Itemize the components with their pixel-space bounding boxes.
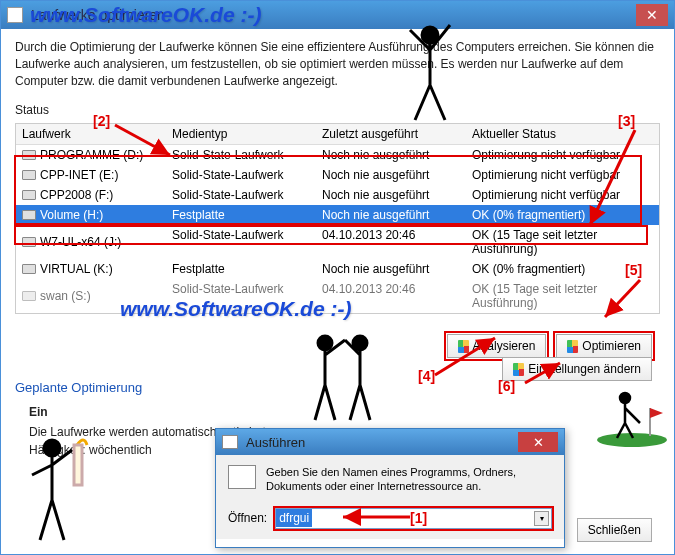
run-dialog: Ausführen ✕ Geben Sie den Namen eines Pr… bbox=[215, 428, 565, 548]
table-row[interactable]: CPP-INET (E:) Solid-State-Laufwerk Noch … bbox=[16, 165, 659, 185]
table-row[interactable]: CPP2008 (F:) Solid-State-Laufwerk Noch n… bbox=[16, 185, 659, 205]
drives-table: Laufwerk Medientyp Zuletzt ausgeführt Ak… bbox=[15, 123, 660, 314]
titlebar[interactable]: Laufwerke optimieren ✕ bbox=[1, 1, 674, 29]
drive-icon bbox=[22, 264, 36, 274]
shield-icon bbox=[567, 340, 578, 353]
run-description: Geben Sie den Namen eines Programms, Ord… bbox=[266, 465, 552, 494]
shield-icon bbox=[513, 363, 524, 376]
table-row[interactable]: W7-UL-x64 (J:) Solid-State-Laufwerk 04.1… bbox=[16, 225, 659, 259]
run-close-button[interactable]: ✕ bbox=[518, 432, 558, 452]
run-icon bbox=[222, 435, 238, 449]
change-settings-button[interactable]: Einstellungen ändern bbox=[502, 357, 652, 381]
optimize-button[interactable]: Optimieren bbox=[556, 334, 652, 358]
intro-text: Durch die Optimierung der Laufwerke könn… bbox=[15, 39, 660, 89]
app-icon bbox=[7, 7, 23, 23]
table-row[interactable]: VIRTUAL (K:) Festplatte Noch nie ausgefü… bbox=[16, 259, 659, 279]
table-row[interactable]: swan (S:) Solid-State-Laufwerk 04.10.201… bbox=[16, 279, 659, 313]
close-button[interactable]: Schließen bbox=[577, 518, 652, 542]
run-input-value: dfrgui bbox=[276, 509, 312, 527]
run-input[interactable]: dfrgui ▾ bbox=[275, 508, 552, 529]
run-app-icon bbox=[228, 465, 256, 489]
table-row[interactable]: PROGRAMME (D:) Solid-State-Laufwerk Noch… bbox=[16, 145, 659, 165]
table-header: Laufwerk Medientyp Zuletzt ausgeführt Ak… bbox=[16, 124, 659, 145]
drive-icon bbox=[22, 291, 36, 301]
table-row-selected[interactable]: Volume (H:) Festplatte Noch nie ausgefüh… bbox=[16, 205, 659, 225]
shield-icon bbox=[458, 340, 469, 353]
run-open-label: Öffnen: bbox=[228, 511, 267, 525]
drive-icon bbox=[22, 150, 36, 160]
col-mediatype[interactable]: Medientyp bbox=[166, 124, 316, 144]
run-title: Ausführen bbox=[246, 435, 305, 450]
sched-heading: Geplante Optimierung bbox=[15, 380, 660, 395]
col-lastrun[interactable]: Zuletzt ausgeführt bbox=[316, 124, 466, 144]
status-label: Status bbox=[15, 103, 49, 117]
chevron-down-icon[interactable]: ▾ bbox=[534, 511, 549, 526]
close-window-button[interactable]: ✕ bbox=[636, 4, 668, 26]
sched-state: Ein bbox=[29, 405, 660, 419]
col-status[interactable]: Aktueller Status bbox=[466, 124, 659, 144]
drive-icon bbox=[22, 210, 36, 220]
window-title: Laufwerke optimieren bbox=[31, 7, 165, 23]
drive-icon bbox=[22, 190, 36, 200]
drive-icon bbox=[22, 237, 36, 247]
analyze-button[interactable]: Analysieren bbox=[447, 334, 547, 358]
drive-icon bbox=[22, 170, 36, 180]
col-drive[interactable]: Laufwerk bbox=[16, 124, 166, 144]
run-titlebar[interactable]: Ausführen ✕ bbox=[216, 429, 564, 455]
